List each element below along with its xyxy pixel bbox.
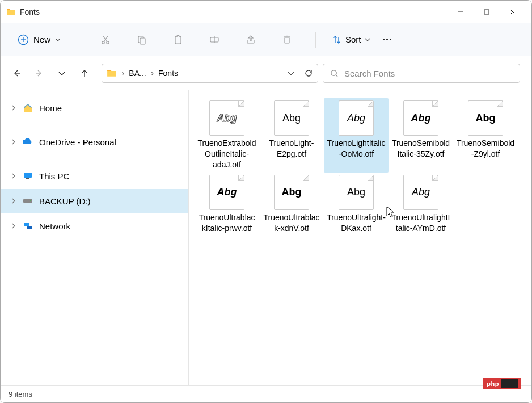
svg-point-23	[331, 70, 336, 75]
file-name: TruenoSemibold-Z9yl.otf	[455, 138, 516, 159]
more-button[interactable]	[376, 35, 398, 44]
new-label: New	[33, 35, 50, 44]
status-items: 9 items	[9, 390, 32, 398]
search-box[interactable]	[323, 64, 520, 83]
status-bar: 9 items	[1, 385, 531, 402]
svg-line-24	[336, 75, 337, 77]
file-item[interactable]: AbgTruenoUltrablack-xdnV.otf	[259, 173, 324, 236]
file-item[interactable]: AbgTruenoExtraboldOutlineItalic-adaJ.otf	[195, 98, 259, 173]
nav-arrows	[12, 69, 89, 78]
close-button[interactable]	[500, 3, 526, 21]
sidebar-item-network[interactable]: Network	[1, 214, 188, 238]
explorer-window: Fonts New Sort	[0, 0, 532, 403]
window-title: Fonts	[20, 7, 40, 16]
dot-icon	[390, 39, 391, 40]
refresh-button[interactable]	[304, 69, 313, 78]
file-name: TruenoSemiboldItalic-35Zy.otf	[391, 138, 451, 159]
sidebar-item-thispc[interactable]: This PC	[1, 164, 188, 188]
chevron-down-icon[interactable]	[287, 69, 295, 77]
sidebar-item-label: Network	[39, 221, 70, 231]
svg-rect-29	[24, 223, 29, 226]
recent-button[interactable]	[57, 69, 66, 78]
plus-circle-icon	[18, 34, 29, 45]
chevron-right-icon: ›	[121, 68, 124, 78]
file-item[interactable]: AbgTruenoUltralightItalic-AYmD.otf	[389, 173, 453, 236]
titlebar: Fonts	[1, 1, 531, 23]
svg-point-8	[107, 41, 109, 43]
file-name: TruenoLight-E2pg.otf	[261, 138, 322, 159]
breadcrumb-item[interactable]: Fonts	[158, 69, 178, 78]
maximize-button[interactable]	[474, 3, 500, 21]
file-item[interactable]: AbgTruenoLight-E2pg.otf	[259, 98, 324, 173]
folder-icon	[6, 7, 15, 16]
file-item[interactable]: AbgTruenoLightItalic-OoMo.otf	[324, 98, 389, 173]
back-button[interactable]	[12, 69, 21, 78]
chevron-right-icon: ›	[151, 68, 154, 78]
file-item[interactable]: AbgTruenoUltrablackItalic-prwv.otf	[195, 173, 259, 236]
file-name: TruenoUltralight-DKax.otf	[326, 212, 386, 234]
chevron-right-icon	[11, 223, 16, 229]
chevron-down-icon	[55, 37, 61, 43]
new-button[interactable]: New	[12, 31, 66, 49]
font-thumb: Abg	[209, 100, 244, 136]
file-name: TruenoUltrablackItalic-prwv.otf	[197, 212, 257, 234]
address-bar[interactable]: › BA... › Fonts	[102, 64, 318, 83]
copy-button[interactable]	[130, 28, 153, 51]
svg-line-9	[104, 36, 108, 41]
chevron-down-icon	[365, 37, 370, 43]
sidebar-item-label: Home	[39, 103, 62, 113]
sidebar-item-onedrive[interactable]: OneDrive - Personal	[1, 130, 188, 154]
file-name: TruenoUltrablack-xdnV.otf	[261, 212, 322, 234]
forward-button[interactable]	[35, 69, 44, 78]
watermark-badge: php	[483, 378, 521, 389]
rename-button[interactable]	[203, 28, 226, 51]
folder-icon	[107, 68, 117, 78]
file-item[interactable]: AbgTruenoSemiboldItalic-35Zy.otf	[389, 98, 453, 173]
svg-rect-17	[285, 37, 289, 43]
chevron-right-icon	[11, 173, 16, 179]
file-item[interactable]: AbgTruenoUltralight-DKax.otf	[324, 173, 389, 236]
svg-rect-30	[27, 226, 32, 229]
up-button[interactable]	[80, 69, 89, 78]
font-thumb: Abg	[339, 100, 374, 136]
file-item[interactable]: AbgTruenoSemibold-Z9yl.otf	[453, 98, 518, 173]
font-thumb: Abg	[403, 100, 438, 136]
delete-button[interactable]	[276, 28, 298, 51]
minimize-button[interactable]	[447, 3, 474, 21]
breadcrumb-item[interactable]: BA...	[129, 69, 146, 78]
sidebar: HomeOneDrive - PersonalThis PCBACKUP (D:…	[1, 90, 189, 385]
chevron-right-icon	[11, 105, 16, 111]
sidebar-item-label: BACKUP (D:)	[39, 196, 91, 206]
font-thumb: Abg	[209, 175, 244, 210]
toolbar: New Sort	[1, 23, 531, 56]
search-input[interactable]	[344, 69, 513, 78]
file-name: TruenoUltralightItalic-AYmD.otf	[391, 212, 451, 234]
sidebar-item-home[interactable]: Home	[1, 96, 188, 120]
window-controls	[447, 3, 526, 21]
file-name: TruenoLightItalic-OoMo.otf	[326, 138, 386, 159]
svg-rect-26	[26, 178, 29, 179]
search-icon	[330, 69, 339, 78]
sort-button[interactable]: Sort	[326, 31, 376, 48]
svg-line-10	[103, 36, 107, 41]
separator	[77, 32, 77, 48]
content-area[interactable]: AbgTruenoExtraboldOutlineItalic-adaJ.otf…	[189, 90, 531, 385]
cut-button[interactable]	[94, 28, 117, 51]
address-row: › BA... › Fonts	[1, 56, 531, 90]
svg-rect-25	[24, 173, 32, 178]
file-name: TruenoExtraboldOutlineItalic-adaJ.otf	[197, 138, 257, 170]
sidebar-item-drive[interactable]: BACKUP (D:)	[1, 189, 188, 213]
font-thumb: Abg	[274, 175, 309, 210]
file-grid: AbgTruenoExtraboldOutlineItalic-adaJ.otf…	[195, 98, 526, 236]
font-thumb: Abg	[274, 100, 309, 136]
main-area: HomeOneDrive - PersonalThis PCBACKUP (D:…	[1, 90, 531, 385]
svg-rect-12	[140, 38, 145, 44]
font-thumb: Abg	[403, 175, 438, 210]
chevron-right-icon	[11, 198, 16, 204]
dot-icon	[383, 39, 385, 40]
paste-button[interactable]	[167, 28, 189, 51]
svg-point-7	[102, 41, 104, 43]
share-button[interactable]	[239, 28, 262, 51]
sidebar-item-label: This PC	[39, 171, 69, 181]
sort-label: Sort	[345, 35, 361, 44]
